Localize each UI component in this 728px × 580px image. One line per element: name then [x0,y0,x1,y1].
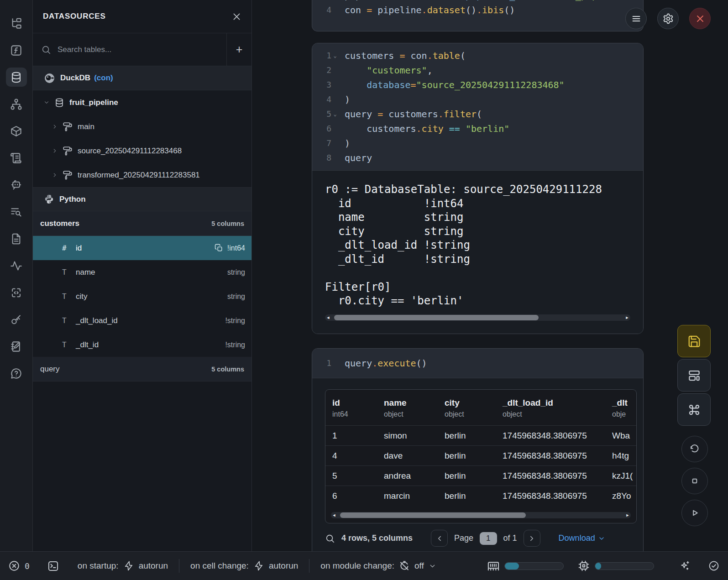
download-link[interactable]: Download [559,533,605,543]
next-page-button[interactable] [524,530,540,547]
code-line[interactable]: 1query.execute() [312,356,643,371]
schema-row[interactable]: main [33,115,251,139]
rail-item-secrets-key[interactable] [6,310,27,329]
zap-icon [253,560,264,571]
ai-button[interactable] [679,560,691,572]
line-number: 3 [312,78,331,92]
rail-item-database[interactable] [6,68,27,87]
console-line: city string [325,225,643,239]
scroll-left-arrow[interactable]: ◄ [325,314,331,321]
search-icon [325,533,335,543]
stop-icon [689,475,701,487]
stop-button[interactable] [681,468,708,494]
column-row-name[interactable]: Tnamestring [33,260,251,284]
column-type-glyph: # [62,244,76,252]
result-cell: berlin [438,486,496,506]
code-line[interactable]: 4) [312,92,643,107]
rail-item-logs[interactable] [6,148,27,167]
column-row-id[interactable]: #id!int64 [33,236,251,260]
column-row-_dlt_id[interactable]: T_dlt_id!string [33,333,251,357]
rail-item-documentation[interactable] [6,229,27,248]
code-line[interactable]: 2 "customers", [312,63,643,78]
prev-page-button[interactable] [431,530,448,547]
result-row[interactable]: 1simonberlin1745968348.3806975Wba [325,425,636,445]
cpu-icon [577,559,590,572]
rail-item-file-tree[interactable] [6,14,27,33]
copy-icon[interactable] [215,244,223,252]
console-line: _dlt_load_id !string [325,238,643,252]
cell-execute[interactable]: 1query.execute()idint64nameobjectcityobj… [312,348,644,551]
scroll-right-arrow[interactable]: ► [624,314,630,321]
rail-item-functions[interactable] [6,41,27,60]
code-line[interactable]: 7) [312,136,643,151]
rail-item-snippets[interactable] [6,283,27,302]
result-row[interactable]: 4daveberlin1745968348.3806975h4tg [325,445,636,465]
cell-query[interactable]: 1⌄customers = con.table(2 "customers",3 … [312,43,644,334]
table-row[interactable]: customers5 columns [33,211,251,236]
rail-item-list-search[interactable] [6,202,27,221]
search-row: + [33,33,251,66]
layout-button[interactable] [677,359,711,392]
rail-item-dependency-graph[interactable] [6,94,27,114]
python-logo-icon [44,194,54,204]
timer-off-icon [399,560,410,571]
table-name: customers [40,219,79,228]
undo-button[interactable] [681,436,708,462]
scroll-left-arrow[interactable]: ◄ [331,512,337,518]
statusbar-setting[interactable]: on startup:autorun [78,560,168,571]
play-button[interactable] [681,500,708,526]
code-line[interactable]: 8query [312,151,643,165]
rail-item-scratchpad[interactable] [6,337,27,356]
cpu-usage [577,559,654,572]
console-hscrollbar[interactable]: ◄► [325,314,630,321]
scroll-right-arrow[interactable]: ► [624,512,631,518]
schema-row[interactable]: source_202504291112283468 [33,139,251,163]
schema-row[interactable]: transformed_202504291112283581 [33,163,251,187]
add-datasource-button[interactable]: + [226,33,251,66]
cell-connection[interactable]: 3pipeline = dlt.attach(pipeline_name="fr… [312,0,644,31]
secrets-key-icon [10,314,22,326]
activity-rail [0,0,33,551]
database-row[interactable]: fruit_pipeline [33,90,251,115]
result-table: idint64nameobjectcityobject_dlt_load_ido… [325,389,637,523]
page-number: 1 [480,532,497,545]
rail-item-activity[interactable] [6,256,27,275]
errors-indicator[interactable]: 0 [8,560,30,572]
rail-item-help[interactable] [6,364,27,383]
rail-item-chat-bot[interactable] [6,175,27,194]
statusbar-setting[interactable]: on cell change:autorun [190,560,298,571]
save-button[interactable] [677,325,711,357]
result-row[interactable]: 6marcinberlin1745968348.3806975z8Yo [325,486,636,506]
table-hscrollbar[interactable]: ◄► [331,512,631,518]
rail-item-packages[interactable] [6,121,27,141]
duckdb-logo-icon [44,73,55,84]
column-row-_dlt_load_id[interactable]: T_dlt_load_id!string [33,308,251,333]
fold-icon[interactable]: ⌄ [331,48,339,63]
python-section-row[interactable]: Python [33,187,251,211]
command-button[interactable] [677,393,711,426]
code-line[interactable]: 3 database="source_202504291112283468" [312,78,643,92]
close-panel-icon[interactable] [232,12,241,21]
menu-button[interactable] [625,8,647,29]
column-row-city[interactable]: Tcitystring [33,284,251,308]
column-dtype: string [227,268,245,277]
result-row[interactable]: 5andreaberlin1745968348.3806975kzJ1( [325,465,636,486]
connection-row[interactable]: DuckDB(con) [33,66,251,90]
ram-meter [504,562,564,570]
shutdown-button[interactable] [689,8,711,29]
connection-status[interactable] [708,560,720,572]
fold-icon [331,151,339,165]
statusbar-setting[interactable]: on module change:off [320,560,436,571]
result-col-name: name [384,397,438,409]
code-line[interactable]: 1⌄customers = con.table( [312,48,643,63]
paint-roller-icon [63,170,73,180]
code-line[interactable]: 4con = pipeline.dataset().ibis() [312,3,643,17]
table-row[interactable]: query5 columns [33,357,251,381]
search-tables-input[interactable] [58,45,218,54]
circle-check-icon [708,560,720,572]
fold-icon[interactable]: ⌄ [331,107,339,121]
terminal-button[interactable] [47,560,59,572]
code-line[interactable]: 5⌄query = customers.filter( [312,107,643,121]
gear-button[interactable] [657,8,679,29]
code-line[interactable]: 6 customers.city == "berlin" [312,121,643,136]
